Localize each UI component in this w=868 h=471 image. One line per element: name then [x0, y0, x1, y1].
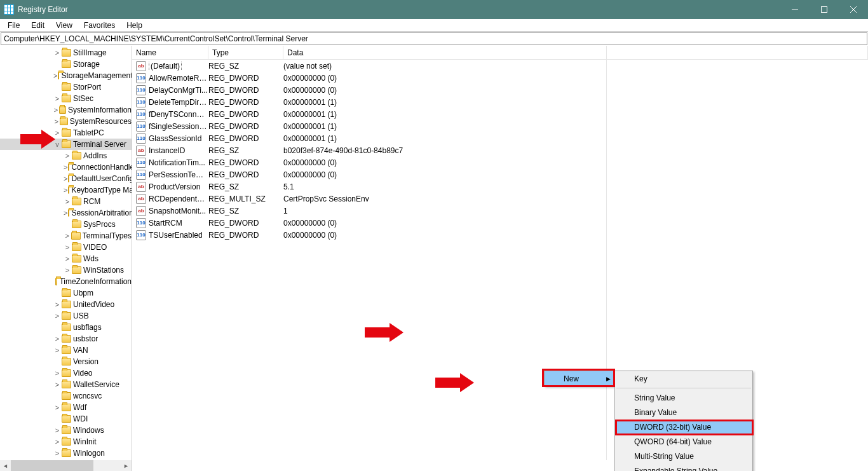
tree-node[interactable]: >USB [0, 310, 132, 322]
ctx-item[interactable]: String Value [615, 390, 752, 405]
values-pane[interactable]: Name Type Data ab(Default)REG_SZ(value n… [132, 46, 868, 471]
expand-toggle-icon[interactable]: > [53, 129, 61, 137]
tree-node[interactable]: >AddIns [0, 150, 132, 161]
value-row[interactable]: 110NotificationTim...REG_DWORD0x00000000… [132, 156, 868, 168]
expand-toggle-icon[interactable]: > [64, 186, 67, 194]
expand-toggle-icon[interactable]: > [53, 381, 61, 388]
tree-node[interactable]: >Wdf [0, 402, 132, 413]
tree-node[interactable]: >WalletService [0, 379, 132, 390]
expand-toggle-icon[interactable]: > [53, 449, 61, 457]
ctx-item[interactable]: Key [615, 371, 752, 386]
ctx-new[interactable]: New ▶ [545, 371, 614, 386]
value-row[interactable]: 110DelayConMgrTi...REG_DWORD0x00000000 (… [132, 84, 868, 96]
value-row[interactable]: abProductVersionREG_SZ5.1 [132, 181, 868, 193]
ctx-item[interactable]: Multi-String Value [615, 449, 752, 463]
minimize-button[interactable] [780, 0, 810, 19]
tree-node[interactable]: >SessionArbitration [0, 207, 132, 219]
tree-node[interactable]: >VAN [0, 345, 132, 356]
tree-node[interactable]: wcncsvc [0, 390, 132, 402]
value-row[interactable]: 110fDenyTSConnec...REG_DWORD0x00000001 (… [132, 108, 868, 120]
ctx-item[interactable]: QWORD (64-bit) Value [615, 434, 752, 449]
value-row[interactable]: 110AllowRemoteRPCREG_DWORD0x00000000 (0) [132, 72, 868, 84]
value-row[interactable]: abRCDependentSe...REG_MULTI_SZCertPropSv… [132, 193, 868, 205]
value-row[interactable]: 110DeleteTempDirs...REG_DWORD0x00000001 … [132, 96, 868, 108]
tree-node[interactable]: >usbstor [0, 333, 132, 345]
value-row[interactable]: abInstanceIDREG_SZb020f3ef-874e-490d-81c… [132, 144, 868, 156]
ctx-item[interactable]: Binary Value [615, 405, 752, 420]
ctx-item[interactable]: DWORD (32-bit) Value [615, 420, 752, 434]
expand-toggle-icon[interactable]: > [53, 95, 61, 102]
tree-node[interactable]: >ConnectionHandler [0, 161, 132, 173]
tree-node[interactable]: >VIDEO [0, 242, 132, 253]
expand-toggle-icon[interactable]: > [64, 266, 71, 274]
tree-node[interactable]: SysProcs [0, 219, 132, 230]
expand-toggle-icon[interactable]: > [64, 232, 71, 240]
expand-toggle-icon[interactable]: > [53, 335, 61, 343]
maximize-button[interactable] [810, 0, 839, 19]
menu-help[interactable]: Help [121, 20, 147, 31]
tree-node[interactable]: vTerminal Server [0, 139, 132, 150]
tree-node[interactable]: >StillImage [0, 47, 132, 58]
tree-node[interactable]: >Winlogon [0, 447, 132, 459]
scroll-left-button[interactable]: ◄ [0, 460, 11, 471]
tree-node[interactable]: >RCM [0, 196, 132, 207]
tree-node[interactable]: Storage [0, 58, 132, 70]
tree-hscrollbar[interactable]: ◄ ► [0, 460, 132, 471]
expand-toggle-icon[interactable]: > [53, 346, 61, 354]
expand-toggle-icon[interactable]: > [64, 175, 67, 182]
tree-node[interactable]: >WinInit [0, 436, 132, 447]
value-row[interactable]: ab(Default)REG_SZ(value not set) [132, 60, 868, 72]
menu-file[interactable]: File [3, 20, 25, 31]
tree-node[interactable]: >TabletPC [0, 127, 132, 139]
tree-node[interactable]: >DefaultUserConfiguration [0, 173, 132, 184]
menu-edit[interactable]: Edit [26, 20, 50, 31]
expand-toggle-icon[interactable]: > [64, 198, 71, 205]
tree-node[interactable]: >Windows [0, 425, 132, 436]
expand-toggle-icon[interactable]: > [53, 369, 61, 377]
expand-toggle-icon[interactable]: > [64, 152, 71, 160]
menu-view[interactable]: View [51, 20, 78, 31]
tree-node[interactable]: Ubpm [0, 287, 132, 299]
tree-node[interactable]: >Wds [0, 253, 132, 264]
tree-node[interactable]: TimeZoneInformation [0, 276, 132, 287]
expand-toggle-icon[interactable]: > [53, 301, 61, 308]
expand-toggle-icon[interactable]: > [53, 427, 61, 434]
tree-node[interactable]: Version [0, 356, 132, 367]
value-row[interactable]: abSnapshotMonit...REG_SZ1 [132, 205, 868, 217]
col-type[interactable]: Type [208, 46, 283, 59]
tree-node[interactable]: usbflags [0, 322, 132, 333]
tree-node[interactable]: >SystemInformation [0, 104, 132, 116]
tree-node[interactable]: WDI [0, 413, 132, 425]
expand-toggle-icon[interactable]: > [53, 49, 61, 57]
expand-toggle-icon[interactable]: > [53, 404, 61, 411]
value-row[interactable]: 110StartRCMREG_DWORD0x00000000 (0) [132, 217, 868, 229]
expand-toggle-icon[interactable]: > [53, 312, 61, 320]
expand-toggle-icon[interactable]: > [64, 163, 67, 171]
col-name[interactable]: Name [132, 46, 208, 59]
tree-node[interactable]: >TerminalTypes [0, 230, 132, 242]
tree-node[interactable]: >SystemResources [0, 116, 132, 127]
value-row[interactable]: 110TSUserEnabledREG_DWORD0x00000000 (0) [132, 229, 868, 241]
tree-node[interactable]: >StSec [0, 93, 132, 104]
scroll-right-button[interactable]: ► [121, 460, 132, 471]
value-row[interactable]: 110PerSessionTemp...REG_DWORD0x00000000 … [132, 168, 868, 181]
expand-toggle-icon[interactable]: > [53, 72, 57, 79]
tree-node[interactable]: >KeyboardType Mapping [0, 184, 132, 196]
tree-node[interactable]: StorPort [0, 81, 132, 93]
expand-toggle-icon[interactable]: > [53, 106, 58, 114]
tree-node[interactable]: >UnitedVideo [0, 299, 132, 310]
column-splitter[interactable] [606, 46, 607, 460]
col-data[interactable]: Data [283, 46, 868, 59]
tree-node[interactable]: >Video [0, 367, 132, 379]
expand-toggle-icon[interactable]: > [64, 243, 71, 251]
expand-toggle-icon[interactable]: > [53, 118, 59, 125]
expand-toggle-icon[interactable]: v [53, 140, 61, 148]
expand-toggle-icon[interactable]: > [53, 438, 61, 446]
value-row[interactable]: 110GlassSessionIdREG_DWORD0x00000001 (1) [132, 132, 868, 144]
close-button[interactable] [839, 0, 868, 19]
address-bar[interactable]: Computer\HKEY_LOCAL_MACHINE\SYSTEM\Curre… [1, 32, 867, 45]
expand-toggle-icon[interactable]: > [64, 209, 67, 217]
tree-pane[interactable]: >StillImageStorage>StorageManagementStor… [0, 46, 132, 471]
value-row[interactable]: 110fSingleSessionP...REG_DWORD0x00000001… [132, 120, 868, 132]
tree-node[interactable]: >WinStations [0, 264, 132, 276]
